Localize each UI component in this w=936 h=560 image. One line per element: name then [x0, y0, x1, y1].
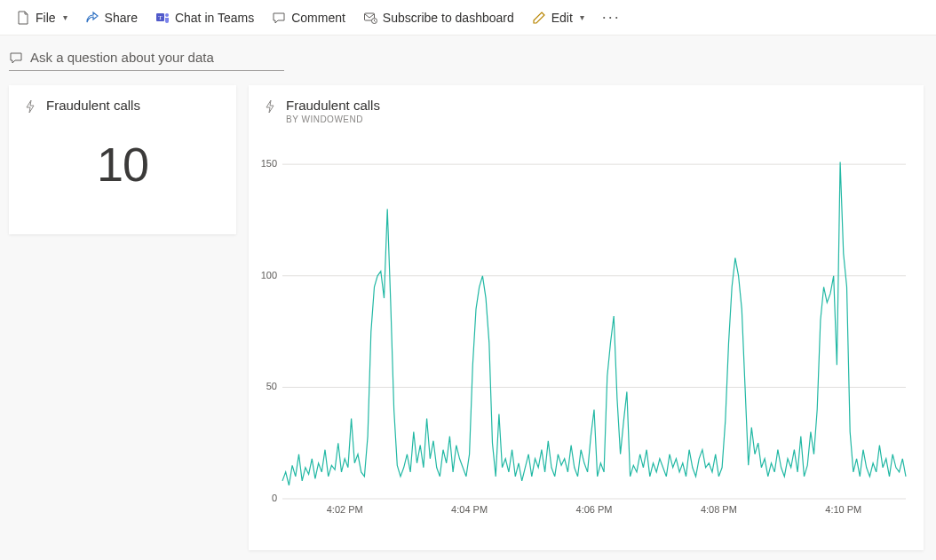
subscribe-label: Subscribe to dashboard	[383, 11, 514, 25]
chart-plot: 0501001504:02 PM4:04 PM4:06 PM4:08 PM4:1…	[275, 138, 909, 518]
chevron-down-icon: ▾	[580, 12, 584, 22]
more-options-button[interactable]: ···	[595, 8, 628, 27]
comment-button[interactable]: Comment	[265, 4, 353, 32]
svg-text:0: 0	[272, 493, 277, 503]
lightning-icon	[23, 99, 37, 114]
file-menu[interactable]: File ▾	[9, 4, 75, 32]
toolbar: File ▾ Share T Chat in Teams Comment Sub…	[0, 0, 936, 35]
file-label: File	[36, 11, 56, 25]
svg-text:4:04 PM: 4:04 PM	[451, 504, 488, 515]
comment-label: Comment	[291, 11, 345, 25]
chart-title: Fraudulent calls	[286, 98, 380, 113]
pencil-icon	[532, 11, 546, 25]
chevron-down-icon: ▾	[63, 12, 67, 22]
kpi-value: 10	[23, 137, 222, 192]
share-button[interactable]: Share	[78, 4, 145, 32]
edit-label: Edit	[551, 11, 573, 25]
svg-text:100: 100	[261, 270, 277, 280]
share-label: Share	[105, 11, 138, 25]
svg-text:4:02 PM: 4:02 PM	[327, 504, 363, 515]
comment-icon	[9, 51, 23, 65]
svg-text:4:08 PM: 4:08 PM	[701, 504, 737, 515]
svg-text:4:06 PM: 4:06 PM	[576, 504, 613, 515]
svg-text:150: 150	[261, 158, 277, 169]
share-icon	[85, 11, 99, 25]
kpi-title: Fraudulent calls	[46, 98, 140, 113]
kpi-tile[interactable]: Fraudulent calls 10	[9, 85, 236, 234]
svg-point-2	[165, 13, 169, 17]
ask-row: Ask a question about your data	[0, 35, 936, 76]
subscribe-icon	[363, 11, 377, 25]
comment-icon	[272, 11, 286, 25]
teams-icon: T	[155, 11, 170, 25]
svg-text:T: T	[158, 14, 163, 21]
ask-placeholder: Ask a question about your data	[30, 50, 214, 65]
chat-teams-button[interactable]: T Chat in Teams	[148, 4, 261, 32]
chart-tile[interactable]: Fraudulent calls By WindowEnd 0501001504…	[249, 85, 924, 550]
chart-header: Fraudulent calls By WindowEnd	[263, 98, 909, 124]
dashboard: Fraudulent calls 10 Fraudulent calls By …	[0, 76, 936, 559]
edit-menu[interactable]: Edit ▾	[525, 4, 591, 32]
svg-text:50: 50	[266, 381, 277, 391]
lightning-icon	[263, 99, 277, 114]
file-icon	[16, 11, 30, 25]
subscribe-button[interactable]: Subscribe to dashboard	[356, 4, 521, 32]
ask-input[interactable]: Ask a question about your data	[9, 46, 284, 71]
kpi-header: Fraudulent calls	[23, 98, 222, 114]
chart-subtitle: By WindowEnd	[286, 114, 380, 124]
chat-label: Chat in Teams	[175, 11, 254, 25]
svg-text:4:10 PM: 4:10 PM	[825, 504, 861, 515]
